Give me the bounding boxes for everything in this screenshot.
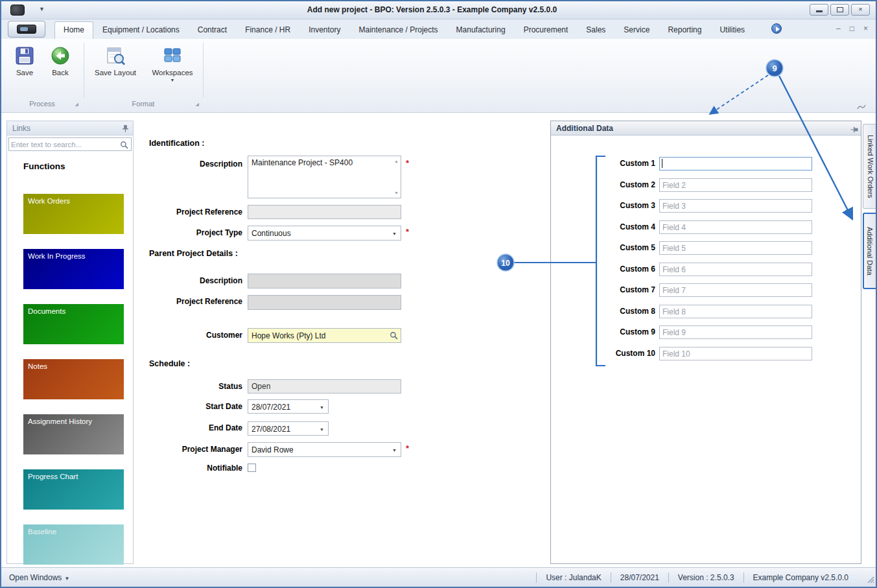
group-separator <box>84 43 84 97</box>
tab-reporting[interactable]: Reporting <box>659 21 710 39</box>
ribbon-collapse-icon[interactable] <box>856 101 867 113</box>
tile-notes[interactable]: Notes <box>23 359 124 399</box>
notifiable-label: Notifiable <box>147 464 242 473</box>
scroll-up-icon[interactable]: ▲ <box>394 159 399 163</box>
save-disk-icon <box>14 45 35 66</box>
required-marker: * <box>406 158 409 168</box>
application-button[interactable] <box>8 21 45 38</box>
custom-7-input[interactable] <box>659 283 812 297</box>
custom-3-label: Custom 3 <box>557 201 655 210</box>
tile-work-orders[interactable]: Work Orders <box>23 194 124 234</box>
scroll-down-icon[interactable]: ▼ <box>394 191 399 195</box>
pin-icon[interactable] <box>122 124 129 135</box>
description-textarea[interactable]: Maintenance Project - SP400 ▲ ▼ <box>248 156 401 198</box>
ribbon: Save Back <box>1 39 876 113</box>
tab-service[interactable]: Service <box>614 21 659 39</box>
search-input[interactable] <box>11 139 117 150</box>
custom-2-label: Custom 2 <box>557 180 655 189</box>
tab-finance-hr[interactable]: Finance / HR <box>236 21 299 39</box>
resize-grip[interactable] <box>866 575 874 585</box>
custom-3-input[interactable] <box>659 199 812 213</box>
tile-progress-chart[interactable]: Progress Chart <box>23 469 124 510</box>
section-identification: Identification : <box>149 139 204 148</box>
tab-sales[interactable]: Sales <box>577 21 614 39</box>
custom-8-label: Custom 8 <box>557 307 655 316</box>
back-button[interactable]: Back <box>44 45 76 76</box>
tab-procurement[interactable]: Procurement <box>515 21 578 39</box>
quick-access-dropdown-icon[interactable]: ▼ <box>39 6 45 12</box>
custom-5-label: Custom 5 <box>557 243 655 252</box>
app-window: ▼ Add new project - BPO: Version 2.5.0.3… <box>0 0 877 588</box>
custom-5-input[interactable] <box>659 241 812 255</box>
tab-utilities[interactable]: Utilities <box>710 21 754 39</box>
project-manager-select[interactable]: David Rowe ▼ <box>248 442 401 457</box>
tab-home[interactable]: Home <box>54 21 93 39</box>
pin-icon[interactable] <box>848 126 859 134</box>
additional-data-title: Additional Data <box>556 124 613 133</box>
links-panel-header: Links <box>7 121 133 135</box>
additional-data-header: Additional Data <box>551 121 861 135</box>
window-title: Add new project - BPO: Version 2.5.0.3 -… <box>66 5 798 14</box>
custom-2-input[interactable] <box>659 178 812 192</box>
functions-heading: Functions <box>23 161 65 171</box>
custom-8-input[interactable] <box>659 305 812 318</box>
minimize-button[interactable] <box>810 4 828 16</box>
links-search-box <box>8 137 132 151</box>
app-logo-icon[interactable] <box>10 5 25 16</box>
process-dialog-launcher-icon[interactable]: ◢ <box>75 102 78 107</box>
custom-4-input[interactable] <box>659 220 812 234</box>
side-tab-additional-data[interactable]: Additional Data <box>863 213 877 289</box>
status-date: 28/07/2021 <box>611 572 668 583</box>
tile-work-in-progress[interactable]: Work In Progress <box>23 249 124 289</box>
tile-assignment-history[interactable]: Assignment History <box>23 414 124 454</box>
chevron-down-icon: ▼ <box>320 427 324 432</box>
custom-4-label: Custom 4 <box>557 222 655 231</box>
project-manager-label: Project Manager <box>147 445 242 454</box>
additional-data-panel: Additional Data Custom 1 Custom 2 Custom… <box>550 121 861 564</box>
child-minimize-icon[interactable]: – <box>836 23 841 34</box>
child-restore-icon[interactable]: □ <box>850 23 854 34</box>
parent-reference-label: Project Reference <box>147 297 242 306</box>
format-dialog-launcher-icon[interactable]: ◢ <box>196 102 199 107</box>
tab-inventory[interactable]: Inventory <box>299 21 349 39</box>
save-layout-icon <box>105 45 126 66</box>
parent-description-label: Description <box>147 276 242 285</box>
notifiable-checkbox[interactable] <box>248 464 256 472</box>
end-date-label: End Date <box>147 423 242 432</box>
close-button[interactable]: × <box>851 4 870 16</box>
search-icon[interactable] <box>120 140 128 152</box>
project-type-select[interactable]: Continuous ▼ <box>248 226 401 241</box>
tile-baseline[interactable]: Baseline <box>23 524 124 565</box>
customer-lookup-field[interactable]: Hope Works (Pty) Ltd <box>248 328 401 343</box>
custom-6-input[interactable] <box>659 263 812 276</box>
description-label: Description <box>147 159 242 169</box>
tile-documents[interactable]: Documents <box>23 304 124 344</box>
custom-1-label: Custom 1 <box>557 159 655 168</box>
custom-6-label: Custom 6 <box>557 265 655 274</box>
custom-10-label: Custom 10 <box>557 349 655 358</box>
custom-10-input[interactable] <box>659 347 812 360</box>
workspaces-button[interactable]: Workspaces ▼ <box>146 45 198 82</box>
tab-equipment-locations[interactable]: Equipment / Locations <box>93 21 189 39</box>
maximize-button[interactable] <box>830 4 849 16</box>
tab-maintenance-projects[interactable]: Maintenance / Projects <box>350 21 447 39</box>
bpo-logo-icon <box>17 25 36 34</box>
statusbar-items: User : JulandaK 28/07/2021 Version : 2.5… <box>536 568 858 587</box>
ribbon-tab-strip: Home Equipment / Locations Contract Fina… <box>54 21 754 39</box>
side-tab-linked-work-orders[interactable]: Linked Work Orders <box>863 124 877 209</box>
start-date-picker[interactable]: 28/07/2021 ▼ <box>248 399 329 414</box>
save-button[interactable]: Save <box>9 45 40 76</box>
save-layout-button[interactable]: Save Layout <box>89 45 141 76</box>
child-close-icon[interactable]: × <box>863 23 868 34</box>
project-reference-label: Project Reference <box>147 207 242 217</box>
parent-reference-field <box>248 295 401 310</box>
tab-contract[interactable]: Contract <box>189 21 236 39</box>
custom-1-input[interactable] <box>659 157 812 171</box>
customer-search-icon[interactable] <box>390 331 398 342</box>
open-windows-dropdown[interactable]: Open Windows▼ <box>9 573 69 582</box>
custom-9-input[interactable] <box>659 325 812 339</box>
tab-manufacturing[interactable]: Manufacturing <box>447 21 515 39</box>
recording-play-icon <box>771 23 782 34</box>
project-type-label: Project Type <box>147 228 242 237</box>
end-date-picker[interactable]: 27/08/2021 ▼ <box>248 421 329 436</box>
